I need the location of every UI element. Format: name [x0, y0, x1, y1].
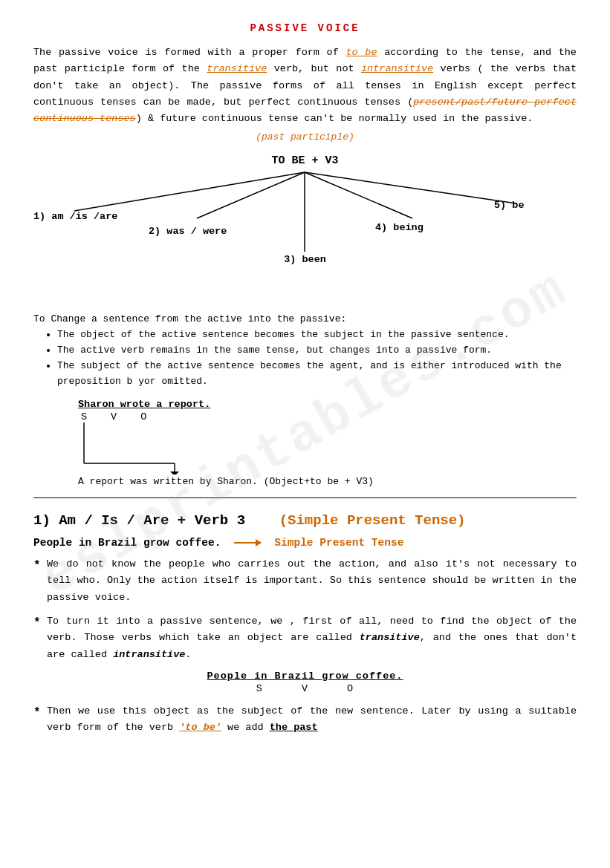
example-sentence-text: People in Brazil grow coffee.	[33, 537, 221, 549]
bullet-1: The object of the active sentence become…	[57, 327, 577, 343]
tree-diagram: TO BE + V3 1) am /is /are 2) was / were …	[33, 144, 577, 307]
transitive-bold: transitive	[360, 632, 420, 643]
example-sentence-big: People in Brazil grow coffee. Simple Pre…	[33, 537, 577, 549]
past-participle-label: (past participle)	[33, 131, 577, 143]
o-label: O	[140, 411, 146, 422]
svg-line-4	[305, 172, 516, 203]
change-heading: To Change a sentence from the active int…	[33, 313, 577, 324]
section1-tense-label: (	[279, 512, 288, 529]
tree-node-3: 3) been	[284, 254, 326, 265]
tree-node-4: 4) being	[375, 222, 424, 233]
intro-paragraph: The passive voice is formed with a prope…	[33, 45, 577, 127]
intransitive-link: intransitive	[361, 63, 433, 74]
tree-node-5: 5) be	[494, 200, 525, 211]
svo-v: V	[302, 683, 308, 694]
svo-labels: S V O	[33, 683, 577, 694]
svo-row: S V O	[81, 411, 577, 422]
sharon-example: Sharon wrote a report. S V O A report wa…	[78, 399, 577, 487]
asterisk-2-text3: .	[185, 649, 191, 660]
bullet-2: The active verb remains in the same tens…	[57, 343, 577, 359]
intro-text-1e: ) & future continuous tense can't be nor…	[136, 113, 533, 124]
asterisk-1-icon: *	[33, 556, 41, 575]
asterisk-para-3: * Then we use this object as the subject…	[33, 703, 577, 737]
svg-marker-8	[170, 471, 179, 474]
arrow-down-wrapper	[78, 422, 241, 474]
divider	[33, 497, 577, 498]
change-section: To Change a sentence from the active int…	[33, 313, 577, 389]
asterisk-2-icon: *	[33, 613, 41, 633]
s-label: S	[81, 411, 87, 422]
svo-o: O	[347, 683, 354, 694]
asterisk-3-icon: *	[33, 703, 41, 722]
to-be-orange: 'to be'	[179, 722, 221, 733]
to-be-link: to be	[345, 47, 377, 58]
intransitive-bold: intransitive	[113, 649, 185, 660]
svg-line-1	[197, 172, 305, 218]
arrow-right-icon	[234, 542, 261, 544]
svg-line-3	[305, 172, 412, 218]
section1-tense-text: Simple Present Tense	[288, 512, 457, 529]
section1-heading: 1) Am / Is / Are + Verb 3 (Simple Presen…	[33, 512, 577, 530]
transitive-link: transitive	[207, 63, 267, 74]
tree-node-2: 2) was / were	[149, 226, 227, 237]
asterisk-1-text: We do not know the people who carries ou…	[47, 558, 577, 603]
tree-node-1: 1) am /is /are	[33, 211, 117, 222]
svo-main-line: People in Brazil grow coffee.	[33, 670, 577, 682]
intro-text-1c: verb, but not	[267, 63, 361, 74]
svo-example-center: People in Brazil grow coffee. S V O	[33, 670, 577, 694]
the-past-bold: the past	[270, 722, 318, 733]
section1-tense-close: )	[457, 512, 465, 529]
asterisk-para-1: * We do not know the people who carries …	[33, 556, 577, 606]
svg-line-0	[74, 172, 305, 211]
sharon-sentence: Sharon wrote a report.	[78, 399, 577, 410]
tree-root: TO BE + V3	[271, 154, 338, 167]
section1-heading-text: 1) Am / Is / Are + Verb 3	[33, 512, 245, 529]
bullet-list: The object of the active sentence become…	[33, 327, 577, 389]
svo-s: S	[256, 683, 263, 694]
sharon-arrow-svg	[78, 422, 241, 474]
v-label: V	[111, 411, 117, 422]
page-title: PASSIVE VOICE	[33, 22, 577, 34]
tree-svg	[33, 144, 577, 307]
asterisk-para-2: * To turn it into a passive sentence, we…	[33, 613, 577, 663]
intro-text-1: The passive voice is formed with a prope…	[33, 47, 345, 58]
report-sentence: A report was written by Sharon. (Object+…	[78, 476, 577, 487]
asterisk-3-text2: we add	[221, 722, 270, 733]
bullet-3: The subject of the active sentence becom…	[57, 359, 577, 390]
example-tense-label: Simple Present Tense	[274, 537, 403, 549]
